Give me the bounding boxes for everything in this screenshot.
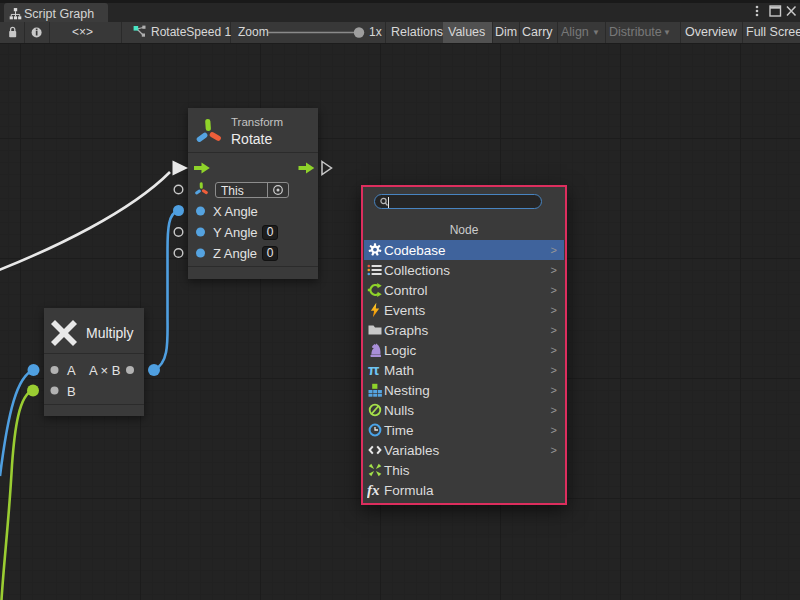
- svg-text:π: π: [368, 362, 380, 378]
- svg-text:fx: fx: [367, 482, 380, 498]
